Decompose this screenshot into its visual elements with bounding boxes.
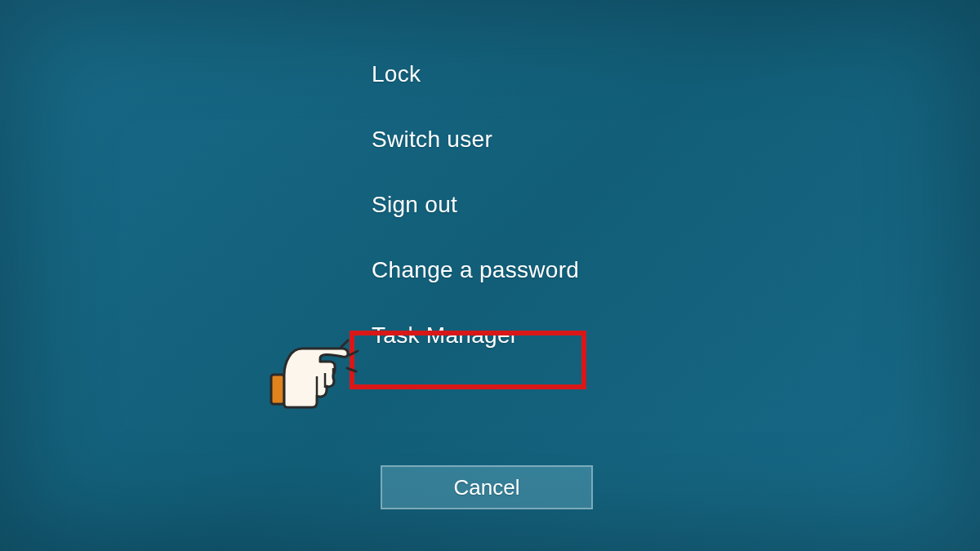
lock-option[interactable]: Lock [372, 61, 579, 87]
pointing-hand-icon [270, 339, 359, 420]
svg-line-1 [350, 351, 358, 355]
svg-line-2 [347, 368, 356, 371]
svg-rect-3 [271, 375, 284, 404]
change-password-option[interactable]: Change a password [372, 257, 579, 283]
cancel-button[interactable]: Cancel [381, 465, 593, 509]
sign-out-option[interactable]: Sign out [372, 192, 579, 218]
svg-line-0 [341, 340, 348, 347]
switch-user-option[interactable]: Switch user [372, 127, 579, 153]
task-manager-option[interactable]: Task Manager [372, 322, 579, 349]
security-options-menu: Lock Switch user Sign out Change a passw… [372, 61, 579, 349]
